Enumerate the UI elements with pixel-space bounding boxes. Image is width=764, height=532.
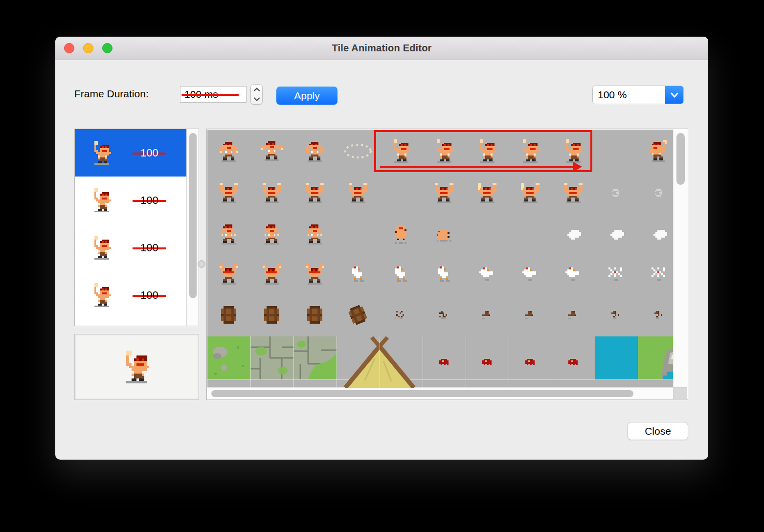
tile-sprite-chicken-fly[interactable]	[466, 255, 509, 293]
tile-sprite-sm-up-glow[interactable]	[466, 172, 509, 214]
tile-sprite-chicken[interactable]	[423, 255, 466, 293]
tile-terrain-grass[interactable]	[207, 336, 250, 388]
zoom-window-button[interactable]	[102, 43, 112, 53]
scrollbar-corner	[673, 387, 687, 399]
frame-list-item[interactable]: 100	[75, 177, 199, 224]
tile-gridline	[337, 336, 337, 388]
tile-sprite-sm-stand[interactable]	[207, 214, 250, 255]
tile-gridline	[552, 336, 552, 388]
tile-terrain-bug[interactable]	[552, 336, 595, 388]
tile-terrain-bug[interactable]	[466, 336, 509, 388]
tile-sprite-wood-chunk[interactable]	[552, 293, 595, 336]
tile-sprite-sm-punch[interactable]	[638, 130, 674, 172]
tile-sprite-sm-up[interactable]	[250, 172, 293, 214]
tileset-vertical-scrollbar-thumb[interactable]	[676, 133, 685, 185]
zoom-level-value: 100 %	[593, 86, 665, 104]
tile-sprite-sm-up[interactable]	[552, 172, 595, 214]
frame-duration-input[interactable]	[180, 86, 247, 103]
tile-gridline	[595, 336, 595, 388]
tile-sprite-sm-raise[interactable]	[207, 255, 250, 293]
frame-duration-value: 100	[133, 146, 166, 160]
tile-sprite-wood-chunk[interactable]	[466, 293, 509, 336]
zoom-level-combo[interactable]: 100 %	[592, 86, 684, 104]
tileset-vertical-scrollbar[interactable]	[673, 130, 687, 388]
tile-sprite-chicken-burst[interactable]	[638, 255, 674, 293]
frame-duration-value: 100	[133, 241, 166, 255]
tile-sprite-sm-up[interactable]	[207, 172, 250, 214]
preview-sprite	[121, 351, 152, 384]
title-bar[interactable]: Tile Animation Editor	[55, 37, 708, 60]
tile-terrain-stone[interactable]	[250, 336, 293, 388]
tile-terrain-bug[interactable]	[423, 336, 466, 388]
zoom-dropdown-button[interactable]	[665, 86, 683, 104]
strongman-sprite-icon	[90, 141, 113, 165]
tile-sprite-sm-lean[interactable]	[207, 130, 250, 172]
frame-duration-stepper[interactable]	[250, 84, 263, 105]
tile-sprite-chicken-fly[interactable]	[509, 255, 552, 293]
traffic-lights	[64, 43, 112, 53]
tile-gridline	[509, 336, 509, 388]
close-button[interactable]: Close	[628, 422, 688, 440]
tileset-horizontal-scrollbar[interactable]	[207, 387, 674, 399]
tile-sprite-puff[interactable]	[638, 214, 674, 255]
strongman-sprite-icon	[90, 283, 113, 307]
tile-sprite-sm-stand[interactable]	[250, 214, 293, 255]
stepper-up-button[interactable]	[251, 85, 262, 94]
tile-sprite-wood-chunk[interactable]	[509, 293, 552, 336]
tileset-grid[interactable]	[207, 130, 674, 388]
apply-button[interactable]: Apply	[276, 87, 337, 105]
tile-terrain-water[interactable]	[595, 336, 638, 388]
frame-list-scrollbar[interactable]	[186, 129, 199, 326]
tile-sprite-chicken-burst[interactable]	[595, 255, 638, 293]
tile-sprite-barrel[interactable]	[207, 293, 250, 336]
tile-sprite-debris-fall[interactable]	[595, 293, 638, 336]
frame-list-scrollbar-thumb[interactable]	[189, 133, 197, 298]
tile-gridline	[423, 336, 423, 388]
tile-sprite-debris-break[interactable]	[423, 293, 466, 336]
close-window-button[interactable]	[64, 43, 74, 53]
frame-list-item[interactable]: 100	[75, 271, 199, 319]
tile-sprite-ghost[interactable]	[638, 172, 674, 214]
tile-sprite-sm-up[interactable]	[293, 172, 337, 214]
tile-sprite-sm-crouch[interactable]	[423, 214, 466, 255]
tile-terrain-grass-rock[interactable]	[638, 336, 674, 388]
tile-sprite-debris[interactable]	[380, 293, 423, 336]
tile-sprite-sm-raise[interactable]	[293, 255, 337, 293]
tile-sprite-sm-wide[interactable]	[250, 130, 293, 172]
tile-sprite-sm-hunch[interactable]	[293, 130, 337, 172]
tile-sprite-puff[interactable]	[552, 214, 595, 255]
tileset-horizontal-scrollbar-thumb[interactable]	[211, 390, 633, 397]
tile-sprite-puff[interactable]	[595, 214, 638, 255]
tile-sprite-barrel-tilt[interactable]	[337, 293, 380, 336]
tile-sprite-sm-raise[interactable]	[250, 255, 293, 293]
frame-list-item[interactable]: 100	[75, 319, 199, 326]
tile-sprite-sm-up[interactable]	[423, 172, 466, 214]
stepper-down-button[interactable]	[251, 94, 262, 104]
tile-sprite-sm-up-glow[interactable]	[509, 172, 552, 214]
tile-terrain-bug[interactable]	[509, 336, 552, 388]
frame-list-item[interactable]: 100	[75, 129, 199, 177]
frame-list[interactable]: 100100100100100	[74, 129, 199, 326]
tileset-panel[interactable]	[206, 129, 688, 400]
frame-duration-value: 100	[133, 288, 166, 303]
tile-sprite-chicken[interactable]	[380, 255, 423, 293]
chevron-down-icon	[671, 92, 678, 98]
frame-sprite-thumbnail	[90, 188, 114, 212]
tile-sprite-sm-up[interactable]	[337, 172, 380, 214]
tile-sprite-chicken-fly[interactable]	[552, 255, 595, 293]
tile-sprite-sm-stand[interactable]	[293, 214, 337, 255]
tile-sprite-debris-fall[interactable]	[638, 293, 674, 336]
tile-sprite-sm-jump[interactable]	[380, 214, 423, 255]
tile-gridline	[638, 336, 638, 388]
frame-list-item[interactable]: 100	[75, 224, 199, 271]
tile-sprite-ghost[interactable]	[595, 172, 638, 214]
frame-duration-label: Frame Duration:	[74, 88, 149, 100]
tile-sprite-barrel[interactable]	[293, 293, 337, 336]
chevron-down-icon	[254, 97, 260, 101]
tile-terrain-stone-grass[interactable]	[293, 336, 337, 388]
tile-sprite-dotted-ellipse[interactable]	[337, 130, 380, 172]
minimize-window-button[interactable]	[83, 43, 93, 53]
tile-sprite-barrel[interactable]	[250, 293, 293, 336]
vertical-splitter-grip[interactable]	[198, 260, 205, 268]
tile-sprite-chicken[interactable]	[337, 255, 380, 293]
